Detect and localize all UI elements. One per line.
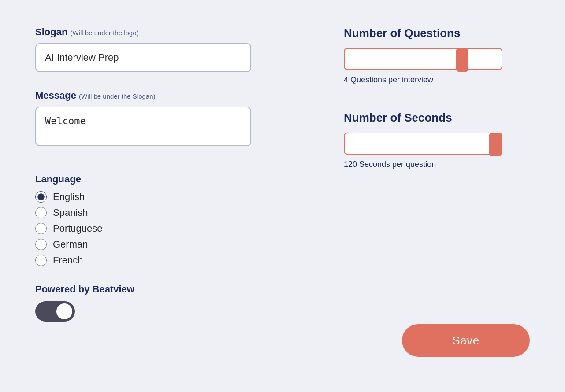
seconds-label: Number of Seconds (344, 111, 530, 125)
save-button[interactable]: Save (402, 324, 530, 357)
language-label: Language (35, 174, 291, 185)
slogan-section: Slogan (Will be under the logo) (35, 26, 291, 85)
right-column: Number of Questions 4 Questions per inte… (344, 26, 530, 366)
slogan-label: Slogan (Will be under the logo) (35, 26, 291, 38)
seconds-slider-thumb[interactable] (489, 133, 502, 156)
questions-label: Number of Questions (344, 26, 530, 40)
language-option-german[interactable]: German (35, 239, 291, 250)
language-option-english[interactable]: English (35, 191, 291, 203)
language-option-spanish[interactable]: Spanish (35, 207, 291, 218)
language-option-spanish-label: Spanish (53, 207, 88, 218)
main-container: Slogan (Will be under the logo) Message … (0, 0, 565, 392)
message-section: Message (Will be under the Slogan) Welco… (35, 90, 291, 161)
seconds-slider-wrapper (344, 133, 502, 155)
questions-section: Number of Questions 4 Questions per inte… (344, 26, 530, 99)
questions-slider-wrapper (344, 48, 502, 70)
powered-by-label: Powered by Beatview (35, 284, 291, 295)
language-option-portuguese-label: Portuguese (53, 223, 103, 234)
message-label: Message (Will be under the Slogan) (35, 90, 291, 101)
language-radio-group: English Spanish Portuguese German French (35, 191, 291, 266)
message-input[interactable]: Welcome (35, 107, 251, 146)
language-option-french[interactable]: French (35, 255, 291, 266)
powered-by-toggle[interactable] (35, 301, 75, 322)
language-option-french-label: French (53, 255, 83, 266)
powered-by-section: Powered by Beatview (35, 284, 291, 322)
slogan-input[interactable] (35, 43, 251, 72)
questions-description: 4 Questions per interview (344, 75, 530, 85)
questions-slider-thumb[interactable] (456, 48, 468, 72)
seconds-description: 120 Seconds per question (344, 160, 530, 169)
seconds-slider-track (344, 133, 502, 155)
language-option-english-label: English (53, 191, 85, 203)
language-option-portuguese[interactable]: Portuguese (35, 223, 291, 234)
toggle-slider (35, 301, 75, 322)
seconds-section: Number of Seconds 120 Seconds per questi… (344, 111, 530, 183)
language-option-german-label: German (53, 239, 88, 250)
language-section: Language English Spanish Portuguese Germ… (35, 174, 291, 266)
left-column: Slogan (Will be under the logo) Message … (35, 26, 291, 366)
questions-slider-track (344, 48, 502, 70)
